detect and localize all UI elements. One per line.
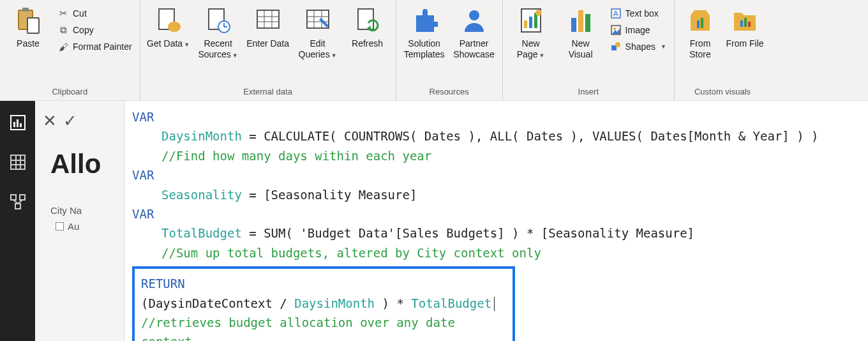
group-title-external-data: External data — [146, 84, 391, 99]
shapes-icon — [610, 41, 622, 52]
svg-rect-45 — [11, 155, 25, 169]
new-visual-icon — [566, 5, 595, 36]
svg-rect-19 — [358, 9, 373, 29]
person-icon — [460, 5, 489, 36]
new-visual-button[interactable]: New Visual — [558, 3, 604, 73]
group-title-resources: Resources — [401, 84, 497, 99]
svg-rect-28 — [578, 10, 583, 32]
edit-queries-icon — [303, 5, 333, 36]
chevron-down-icon: ▼ — [539, 52, 544, 59]
group-title-insert: Insert — [508, 84, 669, 99]
new-page-button[interactable]: New Page▼ — [508, 3, 554, 73]
svg-rect-40 — [748, 22, 751, 27]
ribbon-group-resources: Solution Templates Partner Showcase Reso… — [396, 0, 503, 100]
paste-label: Paste — [17, 38, 40, 49]
partner-showcase-button[interactable]: Partner Showcase — [451, 3, 497, 73]
svg-rect-42 — [13, 122, 15, 127]
ribbon-group-custom-visuals: From Store From File Custom visuals — [675, 0, 770, 100]
data-view-button[interactable] — [8, 152, 28, 172]
text-cursor — [494, 297, 495, 311]
svg-rect-29 — [585, 14, 590, 32]
left-panel: ✕ ✓ Allo City Na Au — [35, 101, 124, 341]
store-icon — [685, 5, 715, 36]
paste-icon — [13, 5, 43, 36]
svg-point-33 — [613, 27, 616, 30]
new-page-icon — [516, 5, 546, 36]
svg-rect-50 — [11, 195, 16, 200]
svg-point-26 — [535, 10, 542, 16]
text-box-icon: A — [610, 8, 622, 19]
cut-button[interactable]: ✂Cut — [55, 6, 135, 20]
chevron-down-icon: ▼ — [184, 42, 190, 48]
svg-point-4 — [168, 22, 181, 32]
svg-rect-51 — [20, 195, 25, 200]
enter-data-button[interactable]: Enter Data — [245, 3, 291, 73]
svg-text:A: A — [613, 10, 618, 17]
svg-rect-44 — [20, 123, 22, 127]
svg-point-35 — [615, 42, 620, 47]
chevron-down-icon: ▼ — [661, 43, 666, 50]
recent-sources-icon — [204, 5, 233, 36]
ribbon: Paste ✂Cut ⧉Copy 🖌Format Painter Clipboa… — [0, 0, 868, 101]
checkbox-icon[interactable] — [56, 222, 64, 231]
group-title-clipboard: Clipboard — [5, 84, 135, 99]
group-title-custom-visuals: Custom visuals — [680, 84, 765, 99]
dax-formula-editor[interactable]: VAR DaysinMonth = CALCULATE( COUNTROWS( … — [124, 101, 868, 341]
cancel-formula-button[interactable]: ✕ — [43, 111, 57, 131]
svg-rect-2 — [27, 18, 39, 33]
shapes-button[interactable]: Shapes▼ — [608, 40, 669, 54]
get-data-button[interactable]: Get Data▼ — [146, 3, 191, 73]
data-view-icon — [10, 154, 26, 170]
view-rail — [0, 101, 35, 341]
report-view-button[interactable] — [8, 112, 28, 133]
ribbon-group-insert: New Page▼ New Visual AText box Image Sha… — [503, 0, 675, 100]
refresh-button[interactable]: Refresh — [345, 3, 391, 73]
svg-rect-1 — [22, 8, 29, 11]
svg-rect-43 — [17, 119, 19, 127]
svg-rect-27 — [571, 18, 576, 32]
cut-icon: ✂ — [57, 8, 69, 19]
text-box-button[interactable]: AText box — [608, 6, 669, 20]
commit-formula-button[interactable]: ✓ — [63, 111, 77, 131]
model-view-button[interactable] — [8, 192, 28, 212]
svg-rect-9 — [257, 10, 279, 28]
copy-button[interactable]: ⧉Copy — [55, 23, 135, 37]
from-file-icon — [730, 5, 760, 36]
format-painter-button[interactable]: 🖌Format Painter — [55, 40, 135, 54]
paste-button[interactable]: Paste — [5, 3, 51, 73]
recent-sources-button[interactable]: Recent Sources▼ — [195, 3, 241, 73]
from-file-button[interactable]: From File — [724, 3, 765, 73]
refresh-icon — [353, 5, 382, 36]
ribbon-group-clipboard: Paste ✂Cut ⧉Copy 🖌Format Painter Clipboa… — [0, 0, 140, 100]
filter-item[interactable]: Au — [40, 220, 119, 233]
image-button[interactable]: Image — [608, 23, 669, 37]
highlighted-return-block: RETURN (DaysinDateContext / DaysinMonth … — [132, 266, 515, 341]
svg-rect-24 — [529, 17, 532, 28]
solution-templates-button[interactable]: Solution Templates — [401, 3, 447, 73]
visual-title: Allo — [40, 142, 119, 205]
get-data-icon — [154, 5, 183, 36]
edit-queries-button[interactable]: Edit Queries▼ — [295, 3, 341, 73]
svg-rect-23 — [524, 20, 527, 28]
puzzle-icon — [410, 5, 439, 36]
svg-rect-37 — [701, 18, 703, 28]
enter-data-icon — [253, 5, 283, 36]
chevron-down-icon: ▼ — [331, 52, 337, 59]
svg-rect-39 — [744, 18, 747, 27]
svg-rect-36 — [697, 20, 700, 28]
svg-point-21 — [469, 10, 479, 20]
svg-rect-52 — [15, 204, 20, 209]
report-view-icon — [10, 114, 26, 131]
svg-rect-38 — [740, 20, 743, 27]
copy-icon: ⧉ — [57, 24, 69, 36]
lower-area: ✕ ✓ Allo City Na Au VAR DaysinMonth = CA… — [0, 101, 868, 341]
brush-icon: 🖌 — [57, 41, 69, 52]
model-view-icon — [10, 193, 26, 210]
filter-label: City Na — [40, 205, 119, 220]
image-icon — [610, 24, 622, 36]
from-store-button[interactable]: From Store — [680, 3, 721, 73]
ribbon-group-external-data: Get Data▼ Recent Sources▼ Enter Data Edi… — [140, 0, 396, 100]
chevron-down-icon: ▼ — [232, 52, 238, 59]
